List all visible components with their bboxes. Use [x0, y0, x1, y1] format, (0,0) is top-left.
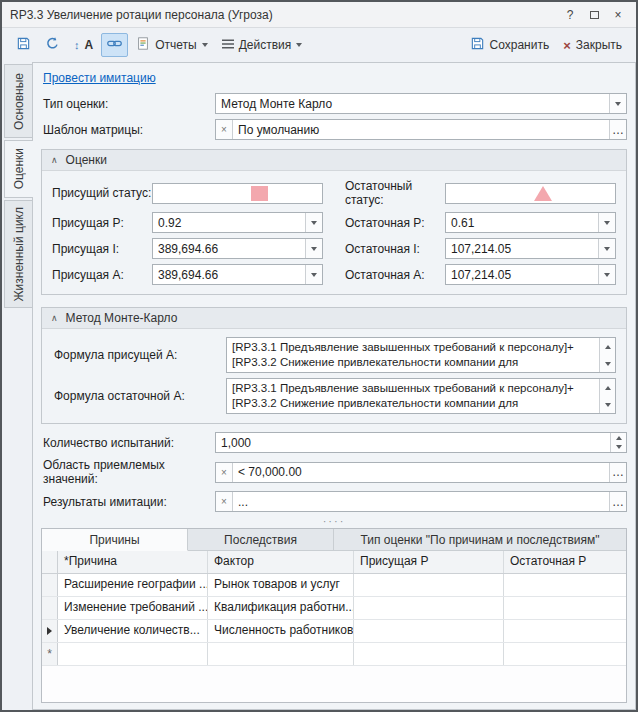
inherent-a-combo[interactable]: 389,694.66: [152, 264, 323, 285]
column-header-cause[interactable]: *Причина: [58, 551, 208, 573]
i-row: Присущая I: 389,694.66 Остаточная I: 107…: [52, 238, 616, 259]
monte-carlo-group: ∧ Метод Монте-Карло Формула присущей A: …: [41, 307, 627, 424]
table-row-active[interactable]: Увеличение количеств... Численность рабо…: [42, 620, 626, 643]
table-row[interactable]: Расширение географии ... Рынок товаров и…: [42, 574, 626, 597]
simulation-results-label: Результаты имитации:: [41, 495, 215, 509]
scroll-down-button[interactable]: [600, 355, 615, 372]
sidebar-tab-scores[interactable]: Оценки: [4, 140, 33, 198]
side-tab-strip: Основные Оценки Жизненный цикл: [2, 62, 32, 710]
assessment-type-dropdown-button[interactable]: [609, 94, 626, 113]
residual-i-combo[interactable]: 107,214.05: [445, 238, 616, 259]
residual-p-label: Остаточная P:: [345, 216, 445, 230]
inherent-i-dropdown-button[interactable]: [305, 239, 322, 258]
save-tool-button[interactable]: [10, 33, 37, 57]
save-icon: [16, 36, 31, 54]
residual-p-dropdown-button[interactable]: [598, 213, 615, 232]
matrix-clear-button[interactable]: ×: [216, 120, 233, 139]
save-button[interactable]: Сохранить: [464, 33, 556, 57]
content: Основные Оценки Жизненный цикл Провести …: [2, 62, 636, 710]
column-header-residual-p[interactable]: Остаточная P: [504, 551, 626, 573]
font-size-tool-button[interactable]: ↕A: [68, 33, 99, 57]
run-simulation-link[interactable]: Провести имитацию: [43, 71, 156, 85]
tab-causes-consequences-note[interactable]: Тип оценки "По причинам и последствиям": [334, 529, 626, 550]
row-indicator: [42, 620, 58, 642]
scroll-down-button[interactable]: [600, 396, 615, 413]
window-close-button[interactable]: ×: [606, 5, 630, 25]
residual-p-combo[interactable]: 0.61: [445, 212, 616, 233]
close-label: Закрыть: [576, 38, 622, 52]
trials-spinner[interactable]: 1,000: [215, 432, 627, 453]
inherent-a-pair: Присущая A: 389,694.66: [52, 264, 323, 285]
refresh-tool-button[interactable]: [39, 33, 66, 57]
cell-factor[interactable]: Квалификация работни...: [208, 597, 354, 619]
p-row: Присущая P: 0.92 Остаточная P: 0.61: [52, 212, 616, 233]
inherent-status-field[interactable]: [152, 183, 323, 204]
cell-cause[interactable]: Расширение географии ...: [58, 574, 208, 596]
monte-carlo-group-header[interactable]: ∧ Метод Монте-Карло: [42, 308, 626, 329]
actions-label: Действия: [239, 38, 292, 52]
chevron-down-icon: [604, 247, 610, 251]
cell-cause[interactable]: [58, 643, 208, 665]
scores-group-header[interactable]: ∧ Оценки: [42, 150, 626, 171]
new-row-indicator: *: [42, 643, 58, 665]
maximize-button[interactable]: [582, 5, 606, 25]
inherent-p-dropdown-button[interactable]: [305, 213, 322, 232]
close-button[interactable]: × Закрыть: [557, 33, 628, 57]
inherent-a-dropdown-button[interactable]: [305, 265, 322, 284]
residual-a-combo[interactable]: 107,214.05: [445, 264, 616, 285]
grid-empty-area: [42, 666, 626, 702]
cell-inherent-p[interactable]: [354, 643, 504, 665]
formula-inherent-field[interactable]: [RP3.3.1 Предъявление завышенных требова…: [226, 337, 616, 373]
updown-arrow-icon: ↕: [74, 39, 80, 51]
actions-button[interactable]: Действия: [216, 33, 309, 57]
table-new-row[interactable]: *: [42, 643, 626, 666]
cell-inherent-p[interactable]: [354, 597, 504, 619]
simulation-results-field[interactable]: × ... …: [215, 491, 627, 512]
scroll-up-button[interactable]: [600, 379, 615, 396]
tab-consequences[interactable]: Последствия: [188, 529, 334, 550]
assessment-type-combo[interactable]: Метод Монте Карло: [215, 93, 627, 114]
cell-cause[interactable]: Изменение требований ...: [58, 597, 208, 619]
cell-cause[interactable]: Увеличение количеств...: [58, 620, 208, 642]
sidebar-tab-lifecycle[interactable]: Жизненный цикл: [4, 200, 32, 308]
results-browse-button[interactable]: …: [609, 492, 626, 511]
inherent-p-combo[interactable]: 0.92: [152, 212, 323, 233]
column-header-inherent-p[interactable]: Присущая P: [354, 551, 504, 573]
formula-residual-field[interactable]: [RP3.3.1 Предъявление завышенных требова…: [226, 378, 616, 414]
spin-up-button[interactable]: [611, 433, 626, 443]
cell-residual-p[interactable]: [504, 643, 626, 665]
link-tool-button[interactable]: [101, 33, 128, 57]
range-clear-button[interactable]: ×: [216, 463, 233, 482]
row-indicator: [42, 597, 58, 619]
inherent-i-value: 389,694.66: [153, 242, 305, 256]
residual-status-field[interactable]: [445, 183, 616, 204]
cell-factor[interactable]: Рынок товаров и услуг: [208, 574, 354, 596]
scroll-up-button[interactable]: [600, 338, 615, 355]
sidebar-tab-main[interactable]: Основные: [4, 64, 32, 138]
residual-i-dropdown-button[interactable]: [598, 239, 615, 258]
matrix-template-field[interactable]: × По умолчанию …: [215, 119, 627, 140]
formula-residual-value: [RP3.3.1 Предъявление завышенных требова…: [227, 379, 599, 413]
chevron-up-icon: [605, 386, 611, 390]
inherent-i-combo[interactable]: 389,694.66: [152, 238, 323, 259]
cell-inherent-p[interactable]: [354, 620, 504, 642]
range-browse-button[interactable]: …: [609, 463, 626, 482]
cell-residual-p[interactable]: [504, 597, 626, 619]
table-row[interactable]: Изменение требований ... Квалификация ра…: [42, 597, 626, 620]
cell-factor[interactable]: [208, 643, 354, 665]
monte-carlo-group-title: Метод Монте-Карло: [66, 311, 178, 325]
reports-button[interactable]: Отчеты: [130, 33, 213, 57]
results-clear-button[interactable]: ×: [216, 492, 233, 511]
cell-inherent-p[interactable]: [354, 574, 504, 596]
cell-residual-p[interactable]: [504, 574, 626, 596]
cell-factor[interactable]: Численность работников: [208, 620, 354, 642]
tab-causes[interactable]: Причины: [42, 529, 188, 551]
spin-down-button[interactable]: [611, 443, 626, 453]
cell-residual-p[interactable]: [504, 620, 626, 642]
matrix-browse-button[interactable]: …: [609, 120, 626, 139]
help-button[interactable]: ?: [558, 5, 582, 25]
residual-a-dropdown-button[interactable]: [598, 265, 615, 284]
column-header-factor[interactable]: Фактор: [208, 551, 354, 573]
splitter-handle[interactable]: ····: [41, 517, 627, 528]
acceptable-range-field[interactable]: × < 70,000.00 …: [215, 462, 627, 483]
